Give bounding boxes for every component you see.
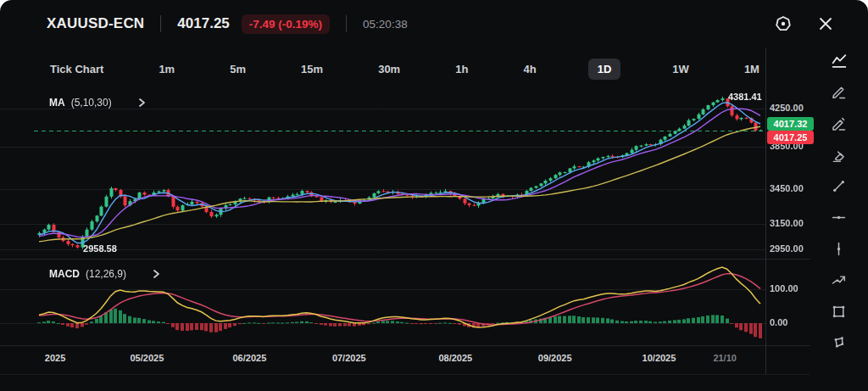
macd-indicator-params: (12,26,9) (86, 268, 126, 280)
time-axis-tick: 2025 (45, 353, 65, 363)
drawing-toolbar (810, 47, 868, 363)
ma-indicator-params: (5,10,30) (71, 97, 112, 109)
session-high-label: 4381.41 (728, 92, 762, 102)
polygon-icon (830, 333, 848, 351)
macd-axis-tick: 0.00 (770, 317, 787, 327)
line-chart-tool-button[interactable] (822, 47, 856, 75)
time-axis-tick: 09/2025 (538, 353, 572, 363)
vertical-line-icon (830, 240, 848, 258)
settings-button[interactable] (773, 14, 793, 34)
time-axis-tick: 07/2025 (332, 353, 366, 363)
macd-indicator-label[interactable]: MACD (12,26,9) (49, 268, 161, 280)
chevron-right-icon[interactable] (136, 97, 147, 109)
time-axis-tick: 05/2025 (130, 353, 164, 363)
last-price-badge: 4017.25 (767, 131, 814, 144)
price-scale-separator (765, 47, 766, 374)
trend-arrow-tool-button[interactable] (822, 266, 856, 293)
price-axis-tick: 3150.00 (770, 218, 804, 228)
close-button[interactable] (815, 14, 836, 34)
chevron-right-icon[interactable] (151, 268, 161, 280)
marker-pencil-tool-button[interactable] (822, 110, 856, 137)
price-axis-tick: 4250.00 (770, 103, 804, 113)
candlestick-chart-canvas[interactable] (0, 47, 765, 259)
rectangle-tool-button[interactable] (822, 298, 856, 325)
rectangle-icon (830, 303, 848, 321)
macd-axis-tick: 100.00 (770, 283, 798, 293)
time-axis-tick: 21/10 (713, 353, 737, 363)
macd-indicator-name: MACD (49, 268, 80, 280)
price-axis-tick: 3450.00 (770, 183, 804, 193)
header-divider (160, 15, 161, 32)
pane-separator[interactable] (0, 259, 810, 260)
ma-indicator-label[interactable]: MA (5,10,30) (49, 97, 147, 109)
marker-pencil-icon (830, 115, 848, 132)
symbol-title: XAUUSD-ECN (47, 15, 144, 32)
close-icon (815, 14, 836, 34)
time-axis-tick: 08/2025 (438, 353, 472, 363)
pencil-icon (830, 83, 848, 101)
eraser-tool-button[interactable] (822, 142, 856, 169)
vertical-line-tool-button[interactable] (822, 235, 856, 262)
price-axis-tick: 2950.00 (770, 243, 804, 254)
last-price: 4017.25 (177, 15, 229, 32)
header: XAUUSD-ECN 4017.25 -7.49 (-0.19%) 05:20:… (0, 0, 868, 47)
time-axis[interactable]: 202505/202506/202507/202508/202509/20251… (0, 353, 765, 366)
price-change-badge: -7.49 (-0.19%) (242, 14, 330, 34)
ma-indicator-name: MA (49, 97, 65, 109)
eraser-icon (830, 146, 848, 164)
horizontal-line-tool-button[interactable] (822, 204, 856, 231)
polygon-tool-button[interactable] (822, 329, 856, 356)
header-divider (346, 15, 347, 32)
pencil-tool-button[interactable] (822, 79, 856, 106)
settings-icon (773, 14, 793, 34)
line-chart-icon (830, 52, 849, 70)
pane-separator[interactable] (0, 345, 810, 346)
session-low-label: 2958.58 (83, 243, 117, 254)
trend-line-tool-button[interactable] (822, 173, 856, 200)
trend-arrow-icon (830, 271, 848, 289)
bottom-separator (0, 374, 810, 375)
session-time: 05:20:38 (363, 18, 408, 31)
time-axis-tick: 06/2025 (232, 353, 266, 363)
bid-price-badge: 4017.32 (767, 117, 814, 131)
horizontal-line-icon (830, 209, 848, 226)
trading-app-window: XAUUSD-ECN 4017.25 -7.49 (-0.19%) 05:20:… (0, 0, 868, 391)
trend-line-icon (830, 177, 848, 195)
time-axis-tick: 10/2025 (643, 353, 676, 363)
